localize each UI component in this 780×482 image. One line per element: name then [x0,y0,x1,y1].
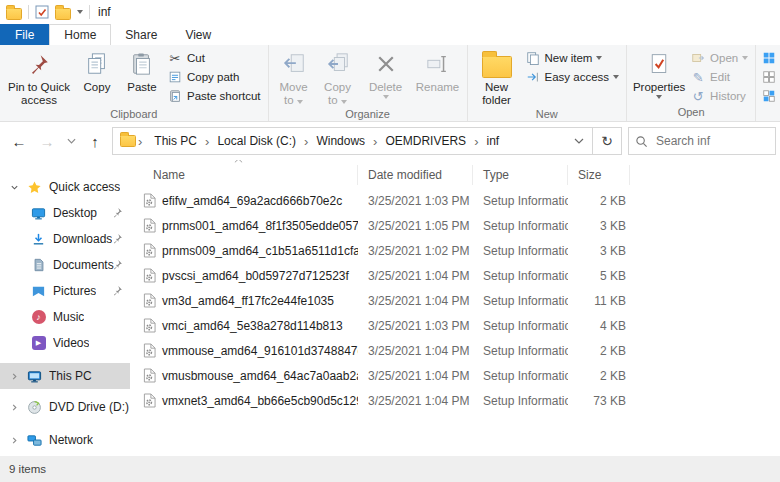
tab-view[interactable]: View [171,24,225,45]
sidebar-item-downloads[interactable]: Downloads [0,226,130,252]
breadcrumb-segment[interactable]: Local Disk (C:) › [213,134,310,149]
expander-closed-icon[interactable] [8,372,20,381]
customize-toolbar-caret-icon[interactable] [77,10,83,14]
sidebar-item-quick-access[interactable]: Quick access [0,174,130,200]
music-icon: ♪ [30,309,47,325]
sidebar-item-pictures[interactable]: Pictures [0,278,130,304]
search-box [628,127,776,155]
properties-checkbox-icon[interactable] [35,5,49,19]
rename-icon [426,49,450,79]
copy-button[interactable]: Copy [75,47,119,94]
file-row[interactable]: vmmouse_amd64_916101d3748847e7 3/25/2021… [130,338,780,363]
address-dropdown-button[interactable] [566,128,592,154]
select-none-button[interactable]: Select none [761,69,780,85]
address-box[interactable]: › This PC › Local Disk (C:) › Windows [112,127,622,155]
file-type: Setup Information [473,369,568,383]
new-item-caret-icon [596,56,602,60]
file-row[interactable]: efifw_amd64_69a2acd666b70e2c 3/25/2021 1… [130,188,780,213]
file-row[interactable]: prnms001_amd64_8f1f3505edde057e 3/25/202… [130,213,780,238]
column-header-date-modified[interactable]: Date modified [358,165,473,185]
file-row[interactable]: prnms009_amd64_c1b51a6511d1cfae 3/25/202… [130,238,780,263]
chevron-right-icon: › [302,134,310,149]
file-type: Setup Information [473,294,568,308]
sidebar-item-documents[interactable]: Documents [0,252,130,278]
properties-button[interactable]: Properties [630,47,688,99]
new-folder-button[interactable]: New folder [471,47,523,107]
paste-shortcut-button[interactable]: Paste shortcut [167,88,261,104]
file-size: 2 KB [568,369,630,383]
file-type: Setup Information [473,319,568,333]
tab-file[interactable]: File [0,24,49,45]
quick-access-toolbar [35,5,83,20]
new-item-button[interactable]: New item [525,50,620,66]
sidebar-item-music[interactable]: ♪ Music [0,304,130,330]
properties-icon [648,49,670,79]
refresh-button[interactable]: ↻ [592,128,621,154]
file-type: Setup Information [473,194,568,208]
recent-locations-button[interactable] [64,130,78,152]
forward-button[interactable]: → [36,130,58,152]
divider [28,5,29,19]
breadcrumb-segment[interactable]: inf › [482,134,503,148]
column-header-name[interactable]: Name [130,165,358,185]
search-input[interactable] [654,133,769,149]
file-row[interactable]: vmci_amd64_5e38a278d114b813 3/25/2021 1:… [130,313,780,338]
copy-to-button[interactable]: Copy to [316,47,360,107]
setup-information-file-icon [143,268,156,283]
setup-information-file-icon [143,393,156,408]
column-header-size[interactable]: Size [568,165,630,185]
sidebar-item-dvd-drive[interactable]: DVD Drive (D:) CPRA [0,394,130,420]
sidebar-item-network[interactable]: Network [0,427,130,453]
app-folder-icon [6,8,22,20]
chevron-right-icon: › [371,134,379,149]
file-type: Setup Information [473,244,568,258]
breadcrumb: This PC › Local Disk (C:) › Windows › [144,134,566,149]
copy-path-button[interactable]: Copy path [167,69,261,85]
paste-button[interactable]: Paste [119,47,165,94]
setup-information-file-icon [143,293,156,308]
up-arrow-icon: ↑ [91,133,99,150]
delete-button[interactable]: Delete [360,47,412,99]
setup-information-file-icon [143,218,156,233]
sidebar-item-videos[interactable]: ▶ Videos [0,330,130,356]
edit-button[interactable]: ✎ Edit [690,69,748,85]
sidebar-item-desktop[interactable]: Desktop [0,200,130,226]
rename-button[interactable]: Rename [412,47,464,94]
file-date-modified: 3/25/2021 1:05 PM [358,219,473,233]
history-button[interactable]: ↺ History [690,88,748,104]
new-folder-quick-icon[interactable] [55,8,71,20]
tab-home[interactable]: Home [49,24,111,45]
divider [89,5,90,19]
file-date-modified: 3/25/2021 1:04 PM [358,394,473,408]
file-date-modified: 3/25/2021 1:04 PM [358,269,473,283]
column-headers: Name Date modified Type Size [130,162,780,188]
sidebar-item-this-pc[interactable]: This PC [0,363,130,389]
file-row[interactable]: pvscsi_amd64_b0d59727d712523f 3/25/2021 … [130,263,780,288]
move-to-button[interactable]: Move to [272,47,316,107]
expander-closed-icon[interactable] [8,403,20,412]
breadcrumb-segment[interactable]: OEMDRIVERS › [381,134,480,149]
back-button[interactable]: ← [8,130,30,152]
item-count: 9 items [9,463,46,475]
file-type: Setup Information [473,219,568,233]
file-row[interactable]: vmxnet3_amd64_bb66e5cb90d5c129 3/25/2021… [130,388,780,413]
breadcrumb-segment[interactable]: This PC › [150,134,211,149]
tab-share[interactable]: Share [111,24,171,45]
ribbon-group-select: Select all Select none Invert selection [756,45,780,121]
navigation-pane: Quick access Desktop Downloads [0,160,130,456]
select-all-button[interactable]: Select all [761,50,780,66]
pin-to-quick-access-button[interactable]: Pin to Quick access [3,47,75,107]
file-row[interactable]: vm3d_amd64_ff17fc2e44fe1035 3/25/2021 1:… [130,288,780,313]
download-icon [30,231,47,247]
easy-access-button[interactable]: Easy access [525,69,620,85]
up-button[interactable]: ↑ [84,130,106,152]
expander-closed-icon[interactable] [8,436,20,445]
setup-information-file-icon [143,318,156,333]
file-row[interactable]: vmusbmouse_amd64_64ac7a0aab2a032c 3/25/2… [130,363,780,388]
column-header-type[interactable]: Type [473,165,568,185]
breadcrumb-segment[interactable]: Windows › [312,134,379,149]
expander-open-icon[interactable] [8,183,20,192]
open-button[interactable]: Open [690,50,748,66]
cut-button[interactable]: ✂ Cut [167,50,261,66]
invert-selection-button[interactable]: Invert selection [761,88,780,104]
